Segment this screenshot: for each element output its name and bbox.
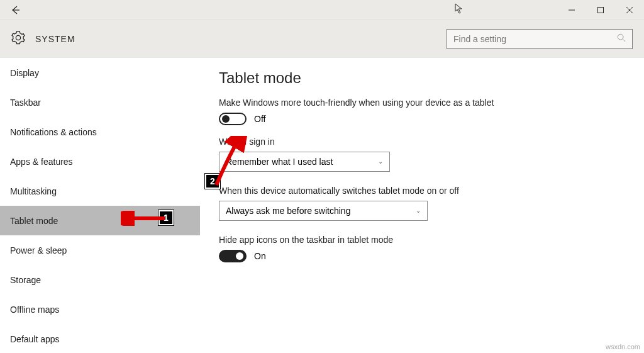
annotation-badge-2: 2 <box>205 174 220 189</box>
header: SYSTEM <box>0 20 644 58</box>
chevron-down-icon: ⌄ <box>378 158 383 165</box>
search-input[interactable] <box>453 34 617 44</box>
gear-icon <box>11 31 25 47</box>
section-heading: Tablet mode <box>219 69 625 87</box>
sidebar-item-apps[interactable]: Apps & features <box>0 147 200 176</box>
sidebar-item-label: Taskbar <box>10 98 41 108</box>
sidebar-item-label: Apps & features <box>10 157 73 167</box>
sidebar-item-power[interactable]: Power & sleep <box>0 235 200 265</box>
minimize-button[interactable] <box>557 1 586 19</box>
autoswitch-label: When this device automatically switches … <box>219 186 625 196</box>
annotation-badge-1: 1 <box>158 210 174 225</box>
sidebar-item-label: Display <box>10 68 39 78</box>
maximize-button[interactable] <box>586 1 615 19</box>
sidebar: Display Taskbar Notifications & actions … <box>0 58 200 353</box>
signin-select[interactable]: Remember what I used last ⌄ <box>219 152 390 172</box>
sidebar-item-label: Tablet mode <box>10 216 58 226</box>
sidebar-item-storage[interactable]: Storage <box>0 265 200 294</box>
toggle-state-label: Off <box>254 114 265 124</box>
toggle-state-label: On <box>254 251 266 261</box>
sidebar-item-display[interactable]: Display <box>0 58 200 87</box>
sidebar-item-taskbar[interactable]: Taskbar <box>0 87 200 117</box>
signin-label: When I sign in <box>219 137 625 147</box>
watermark: wsxdn.com <box>606 343 640 350</box>
svg-point-1 <box>618 34 623 40</box>
main-panel: Tablet mode Make Windows more touch-frie… <box>200 58 644 353</box>
page-title: SYSTEM <box>35 34 75 44</box>
search-box[interactable] <box>447 29 633 49</box>
chevron-down-icon: ⌄ <box>416 207 421 214</box>
sidebar-item-label: Power & sleep <box>10 245 67 255</box>
svg-rect-0 <box>598 7 604 13</box>
autoswitch-value: Always ask me before switching <box>226 206 350 216</box>
section-description: Make Windows more touch-friendly when us… <box>219 97 496 109</box>
hideicons-label: Hide app icons on the taskbar in tablet … <box>219 235 625 245</box>
sidebar-item-label: Notifications & actions <box>10 127 97 137</box>
sidebar-item-notifications[interactable]: Notifications & actions <box>0 117 200 147</box>
sidebar-item-label: Multitasking <box>10 186 57 196</box>
signin-value: Remember what I used last <box>226 157 333 167</box>
sidebar-item-offline-maps[interactable]: Offline maps <box>0 294 200 324</box>
content: Display Taskbar Notifications & actions … <box>0 58 644 353</box>
sidebar-item-label: Offline maps <box>10 305 59 315</box>
titlebar <box>0 0 644 20</box>
tablet-mode-toggle[interactable] <box>219 113 247 125</box>
search-icon <box>617 33 626 45</box>
back-button[interactable] <box>0 5 30 15</box>
close-button[interactable] <box>615 1 644 19</box>
sidebar-item-label: Default apps <box>10 334 60 344</box>
sidebar-item-default-apps[interactable]: Default apps <box>0 324 200 353</box>
sidebar-item-multitasking[interactable]: Multitasking <box>0 176 200 206</box>
sidebar-item-label: Storage <box>10 275 41 285</box>
hide-icons-toggle[interactable] <box>219 250 247 262</box>
autoswitch-select[interactable]: Always ask me before switching ⌄ <box>219 201 428 221</box>
